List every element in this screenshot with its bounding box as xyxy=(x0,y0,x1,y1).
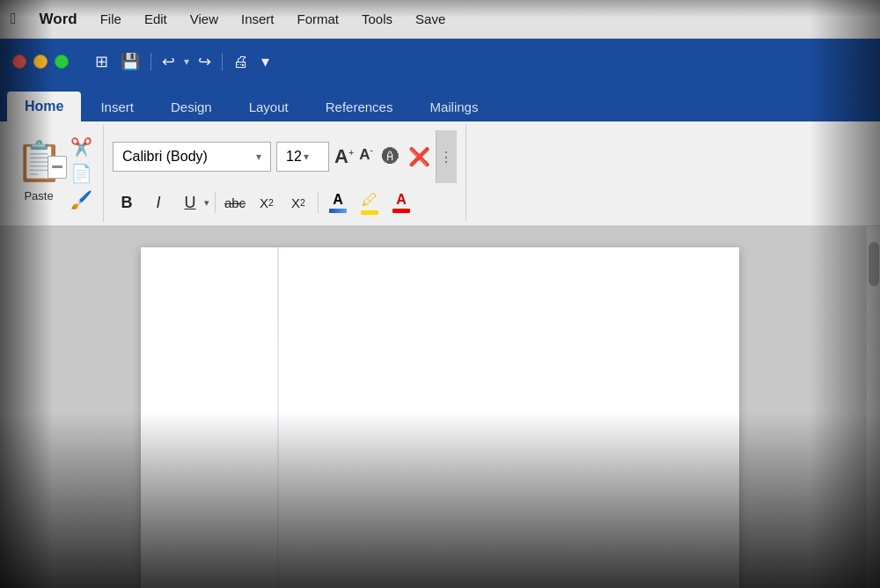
format-painter-icon[interactable]: 🖌️ xyxy=(70,189,92,210)
toolbar-separator xyxy=(150,53,151,70)
sidebar-toggle-icon[interactable]: ⊞ xyxy=(92,48,112,75)
underline-group: U ▾ xyxy=(176,188,209,217)
change-case-icon[interactable]: 🅐 xyxy=(382,147,400,167)
paste-button[interactable]: 📋 Paste xyxy=(18,136,60,202)
file-menu[interactable]: File xyxy=(97,10,125,28)
format-separator2 xyxy=(318,192,319,213)
font-group: Calibri (Body) ▾ 12 ▾ A+ A- xyxy=(104,125,466,222)
font-size-buttons: A+ A- xyxy=(334,145,373,168)
paste-page-icon xyxy=(48,156,67,179)
tab-layout[interactable]: Layout xyxy=(231,92,306,121)
font-shrink-button[interactable]: A- xyxy=(359,145,373,168)
vertical-scrollbar[interactable] xyxy=(866,226,880,588)
view-menu[interactable]: View xyxy=(187,10,222,28)
undo-dropdown-icon[interactable]: ▾ xyxy=(184,55,189,68)
screen:  Word File Edit View Insert Format Tool… xyxy=(0,0,880,588)
bold-button[interactable]: B xyxy=(113,188,141,217)
font-group-launcher[interactable]: ⋮ xyxy=(436,130,457,183)
word-app:  Word File Edit View Insert Format Tool… xyxy=(0,0,880,588)
save-icon[interactable]: 💾 xyxy=(117,48,143,75)
undo-icon[interactable]: ↩ xyxy=(158,48,179,75)
font-color-red-button[interactable]: A xyxy=(387,192,415,213)
underline-button[interactable]: U xyxy=(176,188,204,217)
clipboard-group: 📋 Paste ✂️ 📄 🖌️ xyxy=(7,125,104,222)
format-menu[interactable]: Format xyxy=(294,10,343,28)
tab-mailings[interactable]: Mailings xyxy=(412,92,495,121)
traffic-lights xyxy=(12,55,69,69)
italic-button[interactable]: I xyxy=(144,188,172,217)
print-icon[interactable]: 🖨 xyxy=(230,49,253,75)
more-toolbar-icon[interactable]: ▾ xyxy=(258,48,273,75)
font-color-bar-blue xyxy=(329,209,347,213)
size-dropdown-arrow-icon: ▾ xyxy=(304,151,309,163)
tab-references[interactable]: References xyxy=(308,92,411,121)
font-color-bar-red xyxy=(392,209,410,213)
app-name-menu[interactable]: Word xyxy=(36,9,81,30)
highlight-color-button[interactable]: 🖊 xyxy=(356,191,384,215)
strikethrough-button[interactable]: abc xyxy=(221,188,249,217)
subscript-button[interactable]: X2 xyxy=(253,188,281,217)
superscript-button[interactable]: X2 xyxy=(284,188,312,217)
apple-logo-icon[interactable]:  xyxy=(11,10,17,28)
document-paper[interactable] xyxy=(141,247,739,588)
font-size-selector[interactable]: 12 ▾ xyxy=(276,142,329,172)
font-grow-button[interactable]: A+ xyxy=(334,145,354,168)
tools-menu[interactable]: Tools xyxy=(358,10,396,28)
format-separator xyxy=(215,192,216,213)
mac-menubar:  Word File Edit View Insert Format Tool… xyxy=(0,0,880,39)
scrollbar-thumb[interactable] xyxy=(869,242,879,286)
tab-home[interactable]: Home xyxy=(7,92,81,121)
edit-menu[interactable]: Edit xyxy=(141,10,171,28)
paste-label: Paste xyxy=(24,189,53,202)
cut-icon[interactable]: ✂️ xyxy=(70,136,92,158)
highlighter-icon: 🖊 xyxy=(362,191,378,209)
minimize-button[interactable] xyxy=(33,55,48,69)
format-row: B I U ▾ abc X2 xyxy=(113,188,457,217)
save-menu[interactable]: Save xyxy=(412,10,449,28)
copy-icon[interactable]: 📄 xyxy=(70,163,92,184)
tab-design[interactable]: Design xyxy=(153,92,230,121)
font-name-selector[interactable]: Calibri (Body) ▾ xyxy=(113,142,271,172)
document-area xyxy=(0,226,880,588)
ribbon-content-home: 📋 Paste ✂️ 📄 🖌️ xyxy=(0,121,880,226)
font-color-button[interactable]: A xyxy=(324,192,352,213)
font-selector-row: Calibri (Body) ▾ 12 ▾ A+ A- xyxy=(113,130,457,183)
title-bar: ⊞ 💾 ↩ ▾ ↪ 🖨 ▾ xyxy=(0,39,880,85)
tab-insert[interactable]: Insert xyxy=(83,92,151,121)
ribbon-tabs: Home Insert Design Layout References Mai… xyxy=(0,85,880,121)
insert-menu[interactable]: Insert xyxy=(238,10,278,28)
document-decoration-line xyxy=(277,247,279,588)
toolbar-separator2 xyxy=(222,53,223,70)
close-button[interactable] xyxy=(12,55,26,69)
underline-dropdown-icon[interactable]: ▾ xyxy=(204,197,209,209)
font-dropdown-arrow-icon: ▾ xyxy=(256,151,261,163)
highlight-color-bar-yellow xyxy=(361,210,378,215)
clipboard-tools: ✂️ 📄 🖌️ xyxy=(70,136,92,210)
redo-icon[interactable]: ↪ xyxy=(194,48,215,75)
maximize-button[interactable] xyxy=(55,55,69,69)
clear-formatting-icon[interactable]: ❌ xyxy=(408,146,430,167)
quick-access-toolbar: ⊞ 💾 ↩ ▾ ↪ 🖨 ▾ xyxy=(92,48,273,75)
